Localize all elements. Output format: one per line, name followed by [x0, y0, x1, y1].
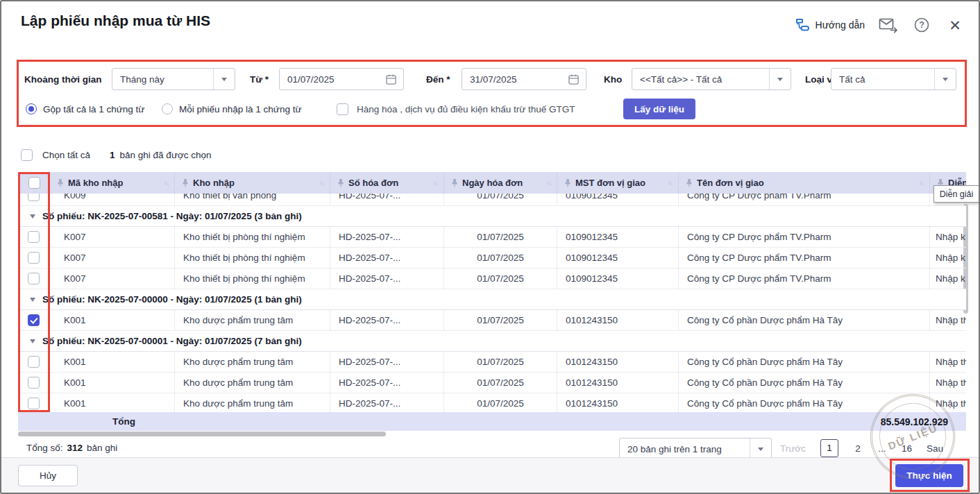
table-row[interactable]: K001Kho dược phẩm trung tâmHD-2025-07-..…	[18, 352, 966, 373]
collapse-icon[interactable]	[30, 339, 35, 343]
table-cell: Nhập th	[930, 393, 966, 412]
column-header[interactable]: MST đơn vị giao↑↓	[557, 172, 679, 194]
sort-icon[interactable]: ↑↓	[919, 180, 924, 187]
radio-selected-icon[interactable]	[26, 103, 37, 114]
group-row[interactable]: Số phiếu: NK-2025-07-00581 - Ngày: 01/07…	[18, 206, 966, 227]
row-checkbox[interactable]	[28, 231, 40, 243]
table-cell: HD-2025-07-...	[330, 373, 444, 393]
table-cell: 01/07/2025	[444, 352, 557, 372]
action-bar: Hủy Thực hiện	[1, 457, 979, 493]
sort-icon[interactable]: ↑↓	[319, 180, 324, 187]
calendar-icon[interactable]	[385, 74, 397, 85]
submit-button[interactable]: Thực hiện	[895, 464, 963, 487]
sort-icon[interactable]: ↑↓	[164, 180, 169, 187]
row-checkbox[interactable]	[28, 398, 40, 409]
table-cell: 01/07/2025	[444, 310, 557, 330]
sort-icon[interactable]: ↑↓	[433, 180, 438, 187]
table-row[interactable]: K007Kho thiết bị phòng thí nghiệmHD-2025…	[18, 227, 966, 248]
page-button[interactable]: ...	[877, 443, 887, 454]
radio-merge-all[interactable]: Gộp tất cả là 1 chứng từ	[26, 99, 144, 119]
next-page-button[interactable]: Sau	[927, 443, 943, 454]
row-checkbox[interactable]	[28, 252, 40, 264]
pagination: Trước 12...16 Sau	[780, 438, 943, 459]
page-button[interactable]: 2	[853, 443, 863, 454]
from-label: Từ *	[250, 74, 269, 85]
collapse-icon[interactable]	[30, 214, 35, 219]
total-label: Tổng	[112, 416, 135, 427]
collapse-icon[interactable]	[30, 298, 35, 302]
sort-icon[interactable]: ↑↓	[668, 180, 673, 187]
table-cell: HD-2025-07-...	[330, 194, 444, 205]
chevron-down-icon	[934, 69, 956, 90]
table-cell: Kho thiết bị văn phòng	[175, 194, 330, 205]
row-checkbox[interactable]	[28, 356, 40, 368]
guide-button[interactable]: Hướng dẫn	[795, 17, 865, 33]
prev-page-button[interactable]: Trước	[780, 443, 806, 454]
table-cell: 0101243150	[557, 393, 679, 412]
column-header[interactable]: Số hóa đơn↑↓	[330, 172, 444, 194]
row-checkbox[interactable]	[28, 377, 40, 389]
page-button[interactable]: 1	[820, 439, 838, 457]
table-row[interactable]: K007Kho thiết bị phòng thí nghiệmHD-2025…	[18, 248, 966, 269]
table-cell: K007	[50, 248, 175, 268]
help-button[interactable]: ?	[912, 15, 931, 35]
cancel-button[interactable]: Hủy	[18, 465, 78, 486]
table-cell: 01/07/2025	[444, 373, 557, 393]
row-checkbox-cell	[18, 310, 50, 330]
from-date-input[interactable]: 01/07/2025	[279, 68, 404, 90]
vat-checkbox-wrap[interactable]: Hàng hóa , dịch vụ đủ điều kiện khấu trừ…	[337, 99, 575, 119]
table-cell: Công ty CP Dược phẩm TV.Pharm	[679, 248, 930, 268]
table-row[interactable]: K001Kho dược phẩm trung tâmHD-2025-07-..…	[18, 373, 966, 393]
table-body: K009Kho thiết bị văn phòngHD-2025-07-...…	[18, 194, 966, 412]
table-cell: Công ty CP Dược phẩm TV.Pharm	[679, 269, 930, 289]
group-row[interactable]: Số phiếu: NK-2025-07-00000 - Ngày: 01/07…	[18, 289, 966, 310]
pin-icon	[564, 178, 571, 187]
table-cell: Công ty Cổ phần Dược phẩm Hà Tây	[679, 310, 930, 330]
row-checkbox[interactable]	[28, 273, 40, 284]
table-cell: Nhập th	[930, 310, 966, 330]
table-row[interactable]: K001Kho dược phẩm trung tâmHD-2025-07-..…	[18, 310, 966, 331]
column-header[interactable]: Tên đơn vị giao↑↓	[679, 172, 930, 194]
radio-each-receipt[interactable]: Mỗi phiếu nhập là 1 chứng từ	[162, 99, 301, 119]
radio-each-label: Mỗi phiếu nhập là 1 chứng từ	[179, 104, 301, 114]
chevron-down-icon	[213, 69, 235, 90]
table-row[interactable]: K007Kho thiết bị phòng thí nghiệmHD-2025…	[18, 269, 966, 289]
row-checkbox[interactable]	[28, 194, 40, 201]
material-select[interactable]: Tất cả	[831, 68, 956, 90]
select-all-label: Chọn tất cả	[42, 150, 90, 160]
horizontal-scrollbar[interactable]	[18, 432, 386, 436]
column-header[interactable]: Ngày hóa đơn↑↓	[444, 172, 557, 194]
table-row[interactable]: K009Kho thiết bị văn phòngHD-2025-07-...…	[18, 194, 966, 206]
question-icon: ?	[913, 17, 930, 33]
warehouse-value: <<Tất cả>> - Tất cả	[632, 74, 769, 85]
feedback-button[interactable]	[879, 15, 898, 35]
table-cell: Công ty Cổ phần Dược phẩm Hà Tây	[679, 373, 930, 393]
group-row[interactable]: Số phiếu: NK-2025-07-00001 - Ngày: 01/07…	[18, 331, 966, 352]
table-cell: 0109012345	[557, 194, 679, 205]
table-cell: HD-2025-07-...	[330, 393, 444, 412]
header-checkbox[interactable]	[28, 177, 40, 189]
chevron-down-icon	[769, 69, 791, 90]
column-header[interactable]: Mã kho nhập↑↓	[50, 172, 175, 194]
period-select[interactable]: Tháng này	[112, 68, 235, 90]
record-total-suffix: bản ghi	[87, 443, 117, 453]
sort-icon[interactable]: ↑↓	[546, 180, 551, 187]
radio-unselected-icon[interactable]	[162, 103, 173, 114]
table-row[interactable]: K001Kho dược phẩm trung tâmHD-2025-07-..…	[18, 393, 966, 412]
warehouse-select[interactable]: <<Tất cả>> - Tất cả	[632, 68, 791, 90]
page-button[interactable]: 16	[902, 443, 912, 454]
table-cell: 0101243150	[557, 310, 679, 330]
from-label-wrap: Từ *	[250, 68, 269, 90]
row-checkbox[interactable]	[28, 314, 40, 326]
close-button[interactable]: ✕	[945, 15, 965, 35]
pin-icon	[686, 178, 693, 187]
select-all-checkbox[interactable]	[21, 149, 33, 161]
table-cell: 0101243150	[557, 352, 679, 372]
get-data-button[interactable]: Lấy dữ liệu	[623, 99, 695, 119]
row-checkbox-cell	[18, 227, 50, 247]
calendar-icon[interactable]	[568, 74, 580, 85]
to-date-input[interactable]: 31/07/2025	[462, 68, 586, 90]
vat-checkbox[interactable]	[337, 103, 348, 115]
column-header[interactable]: Kho nhập↑↓	[175, 172, 330, 194]
table-cell: K001	[50, 373, 175, 393]
